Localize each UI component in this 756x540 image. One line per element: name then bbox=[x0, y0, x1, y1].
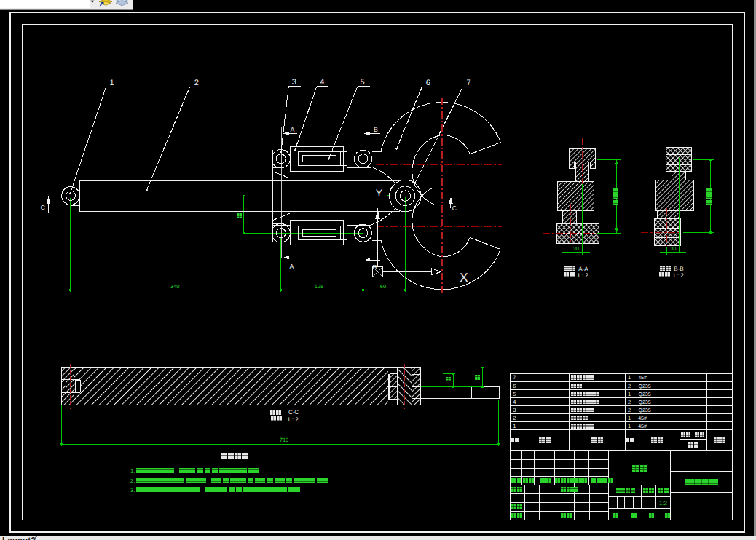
svg-text:7: 7 bbox=[466, 79, 470, 87]
svg-text:A: A bbox=[290, 263, 294, 270]
svg-text:1: 1 bbox=[628, 415, 631, 421]
svg-text:X: X bbox=[460, 271, 468, 285]
svg-text:2: 2 bbox=[513, 415, 516, 421]
svg-text:3: 3 bbox=[513, 407, 516, 413]
svg-text:C: C bbox=[41, 204, 45, 211]
svg-text:128: 128 bbox=[315, 283, 324, 290]
svg-text:3: 3 bbox=[292, 78, 296, 87]
svg-text:1 : 2: 1 : 2 bbox=[287, 416, 299, 423]
svg-text:5: 5 bbox=[360, 78, 364, 87]
svg-text:1:2: 1:2 bbox=[659, 500, 668, 507]
svg-text:1: 1 bbox=[513, 423, 516, 429]
svg-text:45#: 45# bbox=[638, 424, 647, 429]
svg-text:Q235: Q235 bbox=[638, 400, 650, 405]
svg-text:4: 4 bbox=[513, 399, 516, 405]
svg-text:C-C: C-C bbox=[288, 409, 299, 416]
svg-text:2: 2 bbox=[628, 407, 631, 413]
svg-text:2: 2 bbox=[628, 399, 631, 405]
svg-text:1 : 2: 1 : 2 bbox=[672, 272, 684, 279]
svg-text:2: 2 bbox=[628, 383, 631, 389]
svg-text:710: 710 bbox=[280, 437, 289, 443]
svg-text:Q235: Q235 bbox=[638, 384, 650, 389]
svg-text:1: 1 bbox=[628, 423, 631, 429]
svg-text:4: 4 bbox=[320, 78, 324, 87]
svg-text:C: C bbox=[452, 205, 457, 212]
svg-text:45#: 45# bbox=[638, 376, 647, 381]
svg-text:Q235: Q235 bbox=[638, 392, 650, 397]
svg-text:7: 7 bbox=[513, 374, 516, 381]
svg-text:6: 6 bbox=[426, 79, 430, 87]
svg-text:B: B bbox=[374, 126, 378, 133]
svg-text:3.: 3. bbox=[130, 487, 135, 493]
svg-text:1: 1 bbox=[628, 374, 631, 381]
svg-text:30: 30 bbox=[573, 247, 579, 252]
svg-text:B-B: B-B bbox=[674, 266, 683, 272]
svg-text:2: 2 bbox=[194, 79, 199, 87]
svg-text:60: 60 bbox=[380, 283, 386, 290]
svg-text:2.: 2. bbox=[130, 477, 135, 484]
svg-text:1: 1 bbox=[628, 391, 631, 397]
svg-text:30: 30 bbox=[671, 247, 677, 252]
svg-text:Q235: Q235 bbox=[638, 408, 650, 413]
svg-text:A-A: A-A bbox=[578, 266, 588, 272]
svg-text:A: A bbox=[291, 126, 295, 133]
svg-text:1: 1 bbox=[109, 79, 114, 87]
svg-text:45#: 45# bbox=[638, 416, 647, 421]
svg-text:6: 6 bbox=[513, 383, 516, 389]
svg-text:1.: 1. bbox=[130, 468, 135, 475]
svg-text:1 : 2: 1 : 2 bbox=[577, 272, 588, 279]
svg-text:5: 5 bbox=[513, 391, 516, 397]
svg-text:Y: Y bbox=[376, 187, 383, 199]
svg-text:340: 340 bbox=[170, 283, 180, 290]
